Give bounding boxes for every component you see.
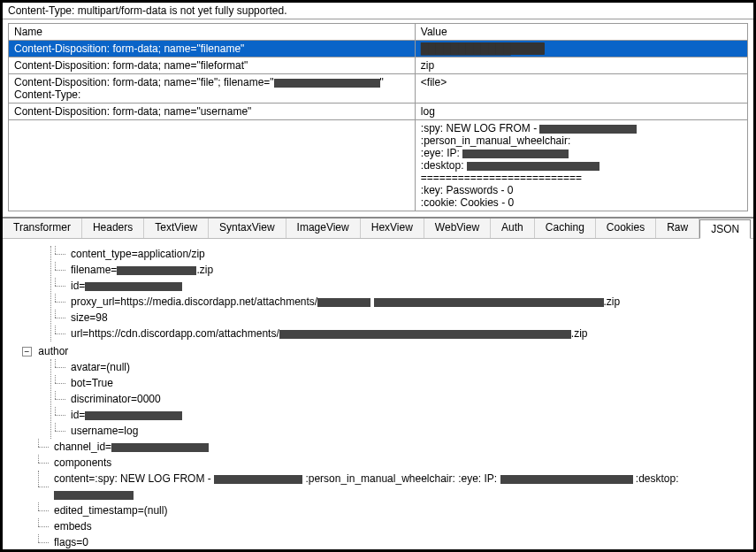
tab-imageview[interactable]: ImageView [286, 218, 361, 238]
tab-syntaxview[interactable]: SyntaxView [209, 218, 286, 238]
tree-leaf[interactable]: discriminator=0000 [55, 391, 746, 407]
cell-name: Content-Disposition: form-data; name="fi… [9, 74, 416, 104]
table-row[interactable]: Content-Disposition: form-data; name="us… [9, 104, 748, 120]
collapse-icon[interactable]: − [22, 347, 32, 356]
cell-value: :spy: NEW LOG FROM - :person_in_manual_w… [415, 120, 747, 211]
cell-value: <file> [415, 74, 747, 104]
table-header-row: Name Value [9, 24, 748, 41]
tree-branch-author[interactable]: author [38, 345, 68, 357]
tree-leaf[interactable]: edited_timestamp=(null) [38, 502, 746, 518]
multipart-table: Name Value Content-Disposition: form-dat… [8, 23, 748, 211]
table-row[interactable]: Content-Disposition: form-data; name="fi… [9, 41, 748, 58]
cell-name: Content-Disposition: form-data; name="fi… [9, 58, 416, 74]
tab-transformer[interactable]: Transformer [3, 218, 82, 238]
tree-leaf[interactable]: size=98 [55, 310, 746, 326]
json-tree[interactable]: content_type=application/zip filename=.z… [3, 239, 753, 552]
tree-leaf[interactable]: channel_id= [38, 439, 746, 455]
table-row[interactable]: :spy: NEW LOG FROM - :person_in_manual_w… [9, 120, 748, 211]
tree-leaf[interactable]: content_type=application/zip [55, 246, 746, 262]
tree-leaf[interactable]: bot=True [55, 375, 746, 391]
cell-name [9, 120, 416, 211]
tree-leaf[interactable]: components [38, 455, 746, 471]
inspector-tabs: Transformer Headers TextView SyntaxView … [3, 217, 753, 239]
tree-leaf[interactable]: filename=.zip [55, 262, 746, 278]
tab-raw[interactable]: Raw [656, 218, 699, 238]
tree-leaf[interactable]: avatar=(null) [55, 359, 746, 375]
tree-leaf[interactable]: proxy_url=https://media.discordapp.net/a… [55, 294, 746, 310]
tab-headers[interactable]: Headers [82, 218, 144, 238]
tab-hexview[interactable]: HexView [361, 218, 424, 238]
cell-name: Content-Disposition: form-data; name="fi… [9, 41, 416, 58]
cell-value: ████████████ [415, 41, 747, 58]
table-row[interactable]: Content-Disposition: form-data; name="fi… [9, 58, 748, 74]
tree-leaf[interactable]: id= [55, 278, 746, 294]
cell-value: log [415, 104, 747, 120]
tree-leaf[interactable]: url=https://cdn.discordapp.com/attachmen… [55, 326, 746, 341]
tab-webview[interactable]: WebView [424, 218, 491, 238]
tree-leaf[interactable]: content=:spy: NEW LOG FROM - :person_in_… [38, 471, 746, 502]
tree-leaf[interactable]: flags=0 [38, 534, 746, 550]
table-row[interactable]: Content-Disposition: form-data; name="fi… [9, 74, 748, 104]
tree-leaf[interactable]: embeds [38, 518, 746, 534]
tab-caching[interactable]: Caching [535, 218, 596, 238]
cell-value: zip [415, 58, 747, 74]
tab-textview[interactable]: TextView [144, 218, 209, 238]
content-type-note: Content-Type: multipart/form-data is not… [3, 3, 753, 19]
col-name: Name [9, 24, 416, 41]
col-value: Value [415, 24, 747, 41]
tab-json[interactable]: JSON [699, 219, 751, 239]
tab-cookies[interactable]: Cookies [596, 218, 656, 238]
tree-leaf[interactable]: id= [55, 407, 746, 423]
tab-auth[interactable]: Auth [491, 218, 535, 238]
tab-xml[interactable]: XML [751, 218, 756, 238]
cell-name: Content-Disposition: form-data; name="us… [9, 104, 416, 120]
tree-leaf[interactable]: username=log [55, 423, 746, 439]
